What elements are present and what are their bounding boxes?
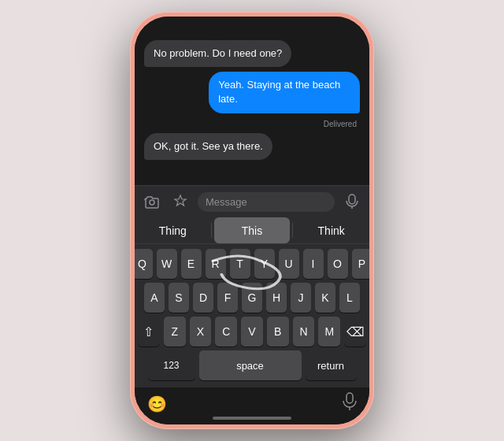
phone-screen: No problem. Do I need one? Yeah. Staying… (135, 17, 369, 424)
keyboard: Q W E R T Y U I O P A S D F G H J K (135, 244, 369, 387)
message-row-3: OK, got it. See ya there. (144, 133, 360, 160)
key-t[interactable]: T (230, 249, 250, 279)
delivered-label: Delivered (144, 120, 360, 128)
message-input[interactable]: Message (198, 192, 335, 212)
key-m[interactable]: M (318, 317, 340, 346)
key-l[interactable]: L (339, 283, 360, 313)
autocorrect-think[interactable]: Think (293, 217, 369, 243)
key-a[interactable]: A (144, 283, 165, 313)
notch (205, 17, 299, 35)
key-r[interactable]: R (206, 249, 226, 279)
key-x[interactable]: X (190, 317, 212, 346)
keyboard-row-4: 123 space return (138, 350, 366, 380)
key-o[interactable]: O (328, 249, 348, 279)
key-k[interactable]: K (315, 283, 335, 313)
key-w[interactable]: W (157, 249, 177, 279)
mic-input-icon[interactable] (341, 191, 363, 213)
key-p[interactable]: P (352, 249, 370, 279)
autocorrect-right-label: Think (318, 224, 345, 237)
phone-frame: No problem. Do I need one? Yeah. Staying… (130, 12, 374, 429)
input-placeholder-text: Message (206, 196, 247, 208)
keyboard-row-3: ⇧ Z X C V B N M ⌫ (138, 317, 366, 346)
key-f[interactable]: F (217, 283, 238, 313)
key-space[interactable]: space (199, 350, 302, 380)
message-row-2: Yeah. Staying at the beach late. (144, 72, 360, 113)
autocorrect-left-label: Thing (159, 224, 187, 237)
svg-rect-2 (346, 393, 353, 403)
key-h[interactable]: H (266, 283, 287, 313)
key-delete[interactable]: ⌫ (344, 317, 366, 346)
svg-rect-0 (349, 195, 355, 204)
key-u[interactable]: U (279, 249, 299, 279)
key-n[interactable]: N (293, 317, 315, 346)
key-return[interactable]: return (306, 350, 357, 380)
key-i[interactable]: I (303, 249, 324, 279)
key-b[interactable]: B (267, 317, 289, 346)
keyboard-row-1: Q W E R T Y U I O P (138, 249, 366, 279)
key-123[interactable]: 123 (148, 350, 195, 380)
message-row-1: No problem. Do I need one? (144, 40, 360, 67)
mic-bottom-icon[interactable] (343, 392, 357, 415)
key-e[interactable]: E (181, 249, 202, 279)
message-text: OK, got it. See ya there. (154, 140, 263, 152)
appstore-icon[interactable] (169, 191, 191, 213)
key-d[interactable]: D (193, 283, 213, 313)
messages-area: No problem. Do I need one? Yeah. Staying… (135, 17, 369, 185)
keyboard-row-2: A S D F G H J K L (138, 283, 366, 313)
autocorrect-center-label: This (242, 224, 262, 237)
key-shift[interactable]: ⇧ (138, 317, 160, 346)
input-bar: Message (135, 185, 369, 217)
message-text: No problem. Do I need one? (154, 47, 282, 59)
key-z[interactable]: Z (164, 317, 186, 346)
key-q[interactable]: Q (135, 249, 153, 279)
message-bubble-received-2: OK, got it. See ya there. (144, 133, 272, 160)
message-bubble-sent-1: Yeah. Staying at the beach late. (209, 72, 360, 113)
key-y[interactable]: Y (254, 249, 275, 279)
autocorrect-bar: Thing This Think (135, 217, 369, 244)
autocorrect-divider-1 (211, 223, 212, 239)
key-j[interactable]: J (291, 283, 311, 313)
message-bubble-received-1: No problem. Do I need one? (144, 40, 291, 67)
key-g[interactable]: G (242, 283, 262, 313)
message-text: Yeah. Staying at the beach late. (218, 79, 340, 105)
camera-icon[interactable] (141, 191, 163, 213)
key-s[interactable]: S (169, 283, 189, 313)
home-indicator (213, 417, 291, 420)
autocorrect-thing[interactable]: Thing (135, 217, 211, 243)
emoji-icon[interactable]: 😊 (147, 395, 167, 413)
key-c[interactable]: C (215, 317, 237, 346)
autocorrect-this[interactable]: This (214, 217, 291, 243)
key-v[interactable]: V (241, 317, 263, 346)
bottom-bar: 😊 (135, 387, 369, 424)
